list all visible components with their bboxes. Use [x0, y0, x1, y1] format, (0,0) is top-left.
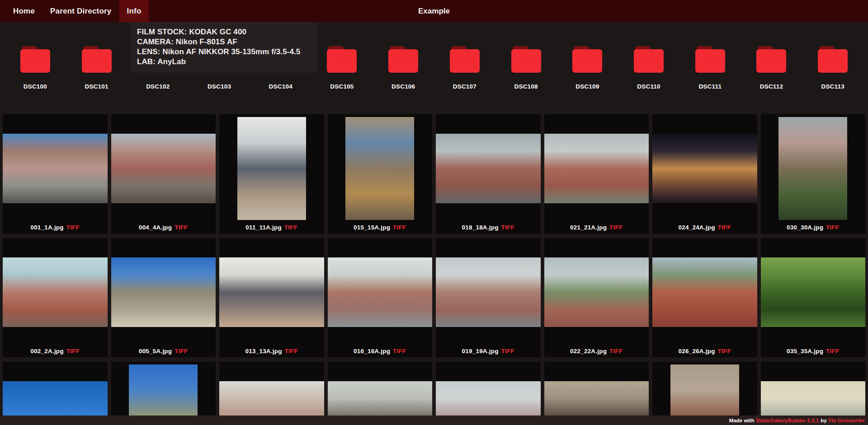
photo-thumbnail[interactable]	[436, 134, 541, 203]
gallery-cell[interactable]: 022_22A.jpg TIFF	[544, 238, 649, 357]
folder-item[interactable]: DSC101	[66, 49, 127, 90]
folder-icon-body	[511, 49, 541, 73]
nav-item-info[interactable]: Info	[119, 0, 149, 22]
nav-item-parent-directory[interactable]: Parent Directory	[42, 0, 119, 22]
gallery-cell[interactable]: 011_11A.jpg TIFF	[219, 114, 324, 234]
folder-item[interactable]: DSC108	[495, 49, 557, 90]
nav-item-label: Info	[127, 7, 142, 16]
folder-label: DSC112	[760, 83, 783, 90]
folder-label: DSC107	[453, 83, 476, 90]
gallery-cell[interactable]: 035_35A.jpg TIFF	[761, 238, 866, 357]
photo-frame	[3, 114, 108, 221]
gallery-cell[interactable]: 005_5A.jpg TIFF	[111, 238, 216, 357]
folder-label: DSC110	[637, 83, 660, 90]
photo-thumbnail[interactable]	[436, 257, 541, 327]
folder-label: DSC113	[821, 83, 844, 90]
folder-item[interactable]: DSC107	[434, 49, 495, 90]
author-link[interactable]: Flo Greistorfer.	[829, 418, 866, 423]
photo-thumbnail[interactable]	[761, 257, 866, 327]
tiff-link[interactable]: TIFF	[609, 224, 623, 231]
photo-frame	[652, 238, 757, 345]
gallery-cell[interactable]: 013_13A.jpg TIFF	[219, 238, 324, 357]
tiff-link[interactable]: TIFF	[66, 224, 80, 231]
folder-label: DSC105	[330, 83, 354, 90]
tiff-link[interactable]: TIFF	[826, 224, 839, 231]
folder-label: DSC108	[514, 83, 538, 90]
folder-label: DSC111	[698, 83, 722, 90]
gallery-cell[interactable]: 002_2A.jpg TIFF	[3, 238, 108, 357]
folder-item[interactable]: DSC100	[5, 49, 66, 90]
gallery-cell[interactable]: 021_21A.jpg TIFF	[544, 114, 649, 234]
photo-thumbnail[interactable]	[111, 257, 216, 327]
photo-filename: 035_35A.jpg	[787, 348, 823, 355]
tiff-link[interactable]: TIFF	[284, 224, 297, 231]
gallery-cell[interactable]: 001_1A.jpg TIFF	[3, 114, 108, 234]
photo-frame	[652, 114, 757, 221]
tiff-link[interactable]: TIFF	[501, 348, 514, 355]
photo-thumbnail[interactable]	[652, 257, 757, 327]
nav-item-home[interactable]: Home	[5, 0, 42, 22]
gallery-cell[interactable]: 026_26A.jpg TIFF	[652, 238, 757, 357]
tiff-link[interactable]: TIFF	[66, 348, 80, 355]
gallery-cell[interactable]: 018_18A.jpg TIFF	[436, 114, 541, 234]
tiff-link[interactable]: TIFF	[175, 224, 188, 231]
gallery-cell[interactable]: 004_4A.jpg TIFF	[111, 114, 216, 234]
photo-thumbnail[interactable]	[652, 134, 757, 203]
photo-thumbnail[interactable]	[544, 257, 649, 327]
nav-bar: Home Parent Directory Info Example	[0, 0, 868, 22]
folder-item[interactable]: DSC113	[802, 49, 863, 90]
folder-icon-body	[327, 49, 357, 73]
photo-frame	[219, 114, 324, 221]
tiff-link[interactable]: TIFF	[718, 224, 731, 231]
photo-thumbnail[interactable]	[3, 134, 108, 203]
photo-thumbnail[interactable]	[237, 117, 306, 220]
folder-icon	[634, 49, 664, 73]
folder-label: DSC101	[85, 83, 108, 90]
gallery-cell[interactable]: 015_15A.jpg TIFF	[328, 114, 433, 234]
folder-item[interactable]: DSC112	[741, 49, 802, 90]
photo-caption: 005_5A.jpg TIFF	[139, 345, 188, 357]
tiff-link[interactable]: TIFF	[609, 348, 623, 355]
photo-thumbnail[interactable]	[219, 257, 324, 327]
photo-frame	[328, 114, 433, 221]
gallery-cell[interactable]: 019_19A.jpg TIFF	[436, 238, 541, 357]
photo-caption: 011_11A.jpg TIFF	[245, 221, 297, 234]
photo-frame	[544, 238, 649, 345]
tiff-link[interactable]: TIFF	[393, 224, 406, 231]
nav-menu: Home Parent Directory Info	[5, 0, 149, 22]
photo-thumbnail[interactable]	[345, 117, 414, 220]
footer-by-text: by	[821, 418, 826, 423]
folder-item[interactable]: DSC105	[311, 49, 373, 90]
photo-filename: 019_19A.jpg	[462, 348, 499, 355]
gallery-cell[interactable]: 024_24A.jpg TIFF	[652, 114, 757, 234]
photo-filename: 016_16A.jpg	[354, 348, 390, 355]
builder-link[interactable]: StaticGalleryBuilder 2.3.1	[756, 418, 819, 423]
gallery-cell[interactable]: 030_30A.jpg TIFF	[761, 114, 866, 234]
folder-item[interactable]: DSC111	[679, 49, 741, 90]
photo-caption: 004_4A.jpg TIFF	[139, 221, 188, 234]
gallery-cell[interactable]: 016_16A.jpg TIFF	[328, 238, 433, 357]
tiff-link[interactable]: TIFF	[175, 348, 188, 355]
photo-filename: 015_15A.jpg	[354, 224, 390, 231]
folder-item[interactable]: DSC106	[373, 49, 434, 90]
tiff-link[interactable]: TIFF	[393, 348, 406, 355]
folder-icon-body	[82, 49, 112, 73]
photo-thumbnail[interactable]	[111, 134, 216, 203]
folder-item[interactable]: DSC110	[618, 49, 679, 90]
info-line: LAB: AnyLab	[137, 57, 311, 67]
tiff-link[interactable]: TIFF	[285, 348, 298, 355]
photo-thumbnail[interactable]	[778, 117, 847, 220]
footer-bar: Made with StaticGalleryBuilder 2.3.1 by …	[0, 416, 868, 425]
photo-frame	[111, 238, 216, 345]
folder-icon	[20, 49, 50, 73]
footer-made-with-text: Made with	[729, 418, 755, 423]
tiff-link[interactable]: TIFF	[718, 348, 731, 355]
photo-thumbnail[interactable]	[328, 257, 433, 327]
info-line: LENS: Nikon AF NIKKOR 35-135mm f/3.5-4.5	[137, 47, 311, 57]
folder-item[interactable]: DSC109	[557, 49, 618, 90]
photo-thumbnail[interactable]	[544, 134, 649, 203]
tiff-link[interactable]: TIFF	[826, 348, 839, 355]
tiff-link[interactable]: TIFF	[501, 224, 514, 231]
photo-caption: 024_24A.jpg TIFF	[679, 221, 731, 234]
photo-thumbnail[interactable]	[3, 257, 108, 327]
